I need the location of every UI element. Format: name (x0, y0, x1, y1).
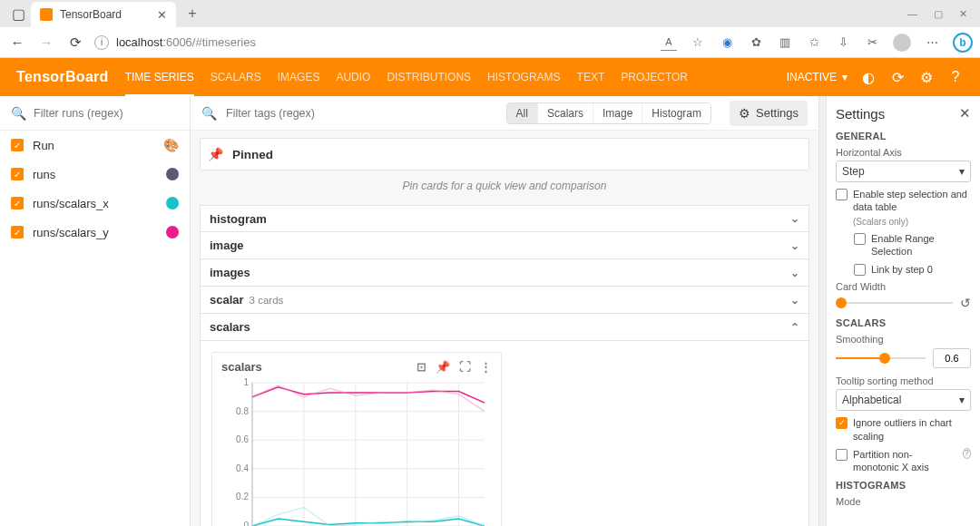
run-color-swatch[interactable] (166, 168, 179, 180)
scrollbar[interactable] (818, 96, 826, 526)
tab-audio[interactable]: AUDIO (336, 58, 370, 97)
smoothing-slider[interactable] (836, 356, 926, 360)
section-scalar[interactable]: scalar 3 cards ⌄ (200, 287, 809, 314)
tab-overview-icon[interactable]: ▢ (5, 3, 31, 24)
reset-icon[interactable]: ↺ (960, 296, 971, 310)
tooltip-sort-select[interactable]: Alphabetical ▾ (836, 389, 971, 411)
run-row-header[interactable]: ✓ Run 🎨 (0, 131, 190, 160)
tab-scalars[interactable]: SCALARS (211, 58, 261, 97)
filter-scalars[interactable]: Scalars (538, 103, 593, 123)
settings-button[interactable]: ⚙ Settings (730, 101, 808, 126)
enable-range-checkbox[interactable]: Enable Range Selection (854, 232, 971, 258)
help-tooltip-icon[interactable]: ? (963, 448, 971, 459)
window-close-icon[interactable]: ✕ (959, 8, 967, 20)
run-row[interactable]: ✓ runs (0, 160, 190, 189)
favorite-icon[interactable]: ☆ (690, 34, 706, 51)
card-line-toggle-icon[interactable]: ⊡ (416, 360, 426, 374)
back-button[interactable]: ← (7, 34, 27, 50)
settings-gear-icon[interactable]: ⚙ (918, 69, 935, 85)
chevron-down-icon: ▾ (959, 394, 965, 406)
tooltip-sort-value: Alphabetical (842, 394, 901, 406)
coupons-icon[interactable]: ✂ (864, 34, 880, 51)
pinned-label: Pinned (232, 148, 273, 161)
tab-distributions[interactable]: DISTRIBUTIONS (387, 58, 471, 97)
reload-status-select[interactable]: INACTIVE ▾ (787, 71, 848, 83)
filter-runs-input[interactable] (34, 107, 179, 120)
filter-all[interactable]: All (507, 103, 538, 123)
card-fullscreen-icon[interactable]: ⛶ (459, 360, 471, 374)
filter-tags-input[interactable] (226, 107, 497, 120)
chevron-down-icon: ⌄ (790, 267, 799, 279)
filter-histogram[interactable]: Histogram (642, 103, 710, 123)
browser-addressbar: ← → ⟳ i localhost:6006/#timeseries A ☆ ◉… (0, 27, 980, 58)
window-maximize-icon[interactable]: ▢ (934, 8, 943, 20)
refresh-button[interactable]: ⟳ (65, 34, 85, 51)
section-scalars[interactable]: scalars ⌃ (200, 314, 809, 341)
card-menu-icon[interactable]: ⋮ (480, 360, 492, 374)
filter-image[interactable]: Image (593, 103, 642, 123)
run-row[interactable]: ✓ runs/scalars_y (0, 218, 190, 247)
bing-icon[interactable]: b (953, 33, 973, 53)
help-icon[interactable]: ? (947, 69, 964, 85)
tab-time-series[interactable]: TIME SERIES (125, 58, 194, 97)
downloads-icon[interactable]: ⇩ (835, 34, 851, 51)
collections-icon[interactable]: ▥ (777, 34, 793, 51)
run-color-swatch[interactable] (166, 197, 179, 209)
favorites-bar-icon[interactable]: ✩ (806, 34, 822, 51)
extensions-icon[interactable]: ✿ (748, 34, 764, 51)
svg-text:0: 0 (243, 521, 249, 526)
url-path: :6006/#timeseries (162, 35, 256, 49)
tab-close-icon[interactable]: ✕ (157, 8, 167, 22)
reload-status-label: INACTIVE (787, 71, 837, 83)
run-row[interactable]: ✓ runs/scalars_x (0, 189, 190, 218)
horizontal-axis-value: Step (842, 165, 865, 178)
tab-projector[interactable]: PROJECTOR (621, 58, 688, 97)
horizontal-axis-select[interactable]: Step ▾ (836, 161, 971, 182)
run-checkbox[interactable]: ✓ (11, 168, 24, 180)
run-label: runs/scalars_y (33, 226, 109, 239)
run-checkbox[interactable]: ✓ (11, 197, 24, 209)
close-settings-icon[interactable]: ✕ (959, 105, 971, 122)
new-tab-button[interactable]: + (181, 5, 203, 22)
run-checkbox[interactable]: ✓ (11, 139, 24, 151)
card-pin-icon[interactable]: 📌 (436, 360, 450, 374)
search-icon: 🔍 (11, 106, 26, 121)
shield-icon[interactable]: ◉ (719, 34, 735, 51)
tab-images[interactable]: IMAGES (278, 58, 320, 97)
svg-text:1: 1 (243, 377, 249, 387)
link-step-checkbox[interactable]: Link by step 0 (854, 263, 971, 276)
card-width-label: Card Width (836, 281, 971, 292)
partition-x-label: Partition non-monotonic X axis (853, 448, 954, 474)
ignore-outliers-checkbox[interactable]: ✓ Ignore outliers in chart scaling (836, 416, 971, 443)
profile-icon[interactable] (893, 34, 911, 52)
window-minimize-icon[interactable]: ― (907, 8, 917, 20)
section-histogram[interactable]: histogram ⌄ (200, 205, 809, 232)
pinned-header[interactable]: 📌 Pinned (200, 138, 809, 170)
run-checkbox[interactable]: ✓ (11, 226, 24, 239)
read-aloud-icon[interactable]: A (661, 34, 677, 51)
smoothing-input[interactable] (933, 348, 971, 368)
reload-icon[interactable]: ⟳ (889, 69, 906, 85)
card-width-slider[interactable] (836, 301, 953, 305)
browser-tab[interactable]: TensorBoard ✕ (31, 2, 176, 27)
tab-text[interactable]: TEXT (577, 58, 605, 97)
chevron-down-icon: ⌄ (790, 294, 799, 307)
theme-toggle-icon[interactable]: ◐ (860, 69, 877, 85)
run-label: runs (33, 168, 55, 181)
enable-step-checkbox[interactable]: Enable step selection and data table (836, 188, 971, 214)
section-image[interactable]: image ⌄ (200, 232, 809, 259)
tab-histograms[interactable]: HISTOGRAMS (487, 58, 560, 97)
scalar-chart[interactable]: 00.20.40.60.8102468 ◢ (221, 377, 490, 526)
palette-icon[interactable]: 🎨 (163, 138, 179, 152)
enable-step-note: (Scalars only) (853, 217, 971, 227)
svg-text:0.4: 0.4 (236, 463, 249, 473)
partition-x-checkbox[interactable]: Partition non-monotonic X axis ? (836, 448, 971, 474)
site-info-icon[interactable]: i (94, 35, 109, 50)
url-field[interactable]: i localhost:6006/#timeseries (94, 35, 652, 50)
run-label: Run (33, 139, 54, 152)
section-images[interactable]: images ⌄ (200, 259, 809, 287)
more-icon[interactable]: ⋯ (924, 34, 940, 51)
run-color-swatch[interactable] (166, 226, 179, 239)
pin-hint: Pin cards for a quick view and compariso… (200, 170, 809, 205)
checkbox-icon: ✓ (836, 417, 848, 429)
